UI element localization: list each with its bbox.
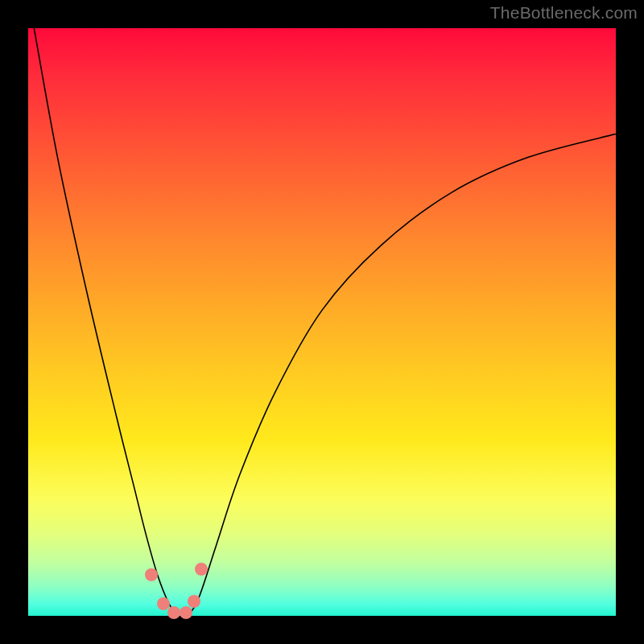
data-marker	[180, 606, 192, 619]
watermark-text: TheBottleneck.com	[490, 3, 638, 23]
data-marker	[195, 563, 208, 576]
bottleneck-curve	[28, 28, 616, 616]
chart-frame: TheBottleneck.com	[0, 0, 644, 644]
data-marker	[188, 595, 200, 608]
data-marker	[167, 606, 180, 619]
plot-area	[28, 28, 616, 616]
curve-path	[34, 28, 616, 616]
